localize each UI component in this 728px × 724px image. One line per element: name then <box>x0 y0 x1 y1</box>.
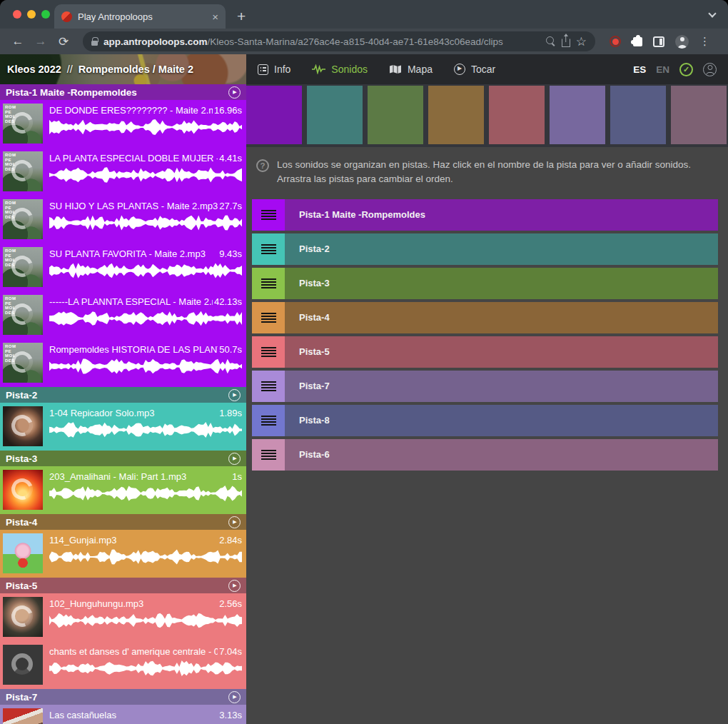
play-glyph: ▶ <box>233 694 236 700</box>
new-tab-button[interactable]: + <box>237 7 246 26</box>
drag-handle[interactable] <box>252 405 285 436</box>
audio-clip[interactable]: Las castañuelas 3.13s <box>0 705 246 724</box>
browser-tab[interactable]: Play Antropoloops × <box>54 4 226 29</box>
pista-header[interactable]: Pista-1 Maite -Rompemoldes ▶ <box>0 84 246 100</box>
pista-row[interactable]: Pista-3 <box>252 268 718 299</box>
audio-clip[interactable]: 114_Gunjai.mp3 2.84s <box>0 530 246 578</box>
tab-sonidos[interactable]: Sonidos <box>312 64 368 75</box>
breadcrumb-project[interactable]: Kleos 2022 <box>7 64 61 75</box>
audio-clip[interactable]: ROMPEMOLDES Rompemoldes HISTORIA DE LAS … <box>0 339 246 387</box>
waveform-icon <box>312 64 325 74</box>
drag-handle[interactable] <box>252 268 285 299</box>
pista-row-bar[interactable]: Pista-2 <box>285 233 718 265</box>
reload-button[interactable]: ⟳ <box>54 34 73 49</box>
back-button[interactable]: ← <box>9 34 27 49</box>
audio-clip[interactable]: chants et danses d' amerique centrale - … <box>0 641 246 689</box>
zoom-icon[interactable] <box>546 36 556 46</box>
clip-duration: 4.41s <box>219 153 242 164</box>
pista-row-bar[interactable]: Pista-1 Maite -Rompemoldes <box>285 199 718 231</box>
extensions-puzzle-icon[interactable] <box>633 37 642 46</box>
play-circle-icon[interactable]: ▶ <box>228 516 241 528</box>
clip-duration: 27.7s <box>219 201 242 211</box>
play-circle-icon[interactable]: ▶ <box>228 580 241 592</box>
clip-thumbnail <box>3 470 43 510</box>
project-map-banner[interactable]: Kleos 2022 // Rompemoldes / Maite 2 <box>0 54 246 84</box>
clip-name: SU PLANTA FAVORITA - Maite 2.mp3 <box>49 248 218 259</box>
lang-es-button[interactable]: ES <box>633 64 646 75</box>
profile-avatar[interactable] <box>675 35 689 49</box>
audio-clip[interactable]: 203_Amalihani - Mali: Part 1.mp3 1s <box>0 466 246 514</box>
breadcrumb-track[interactable]: Rompemoldes / Maite 2 <box>79 64 193 75</box>
drag-handle[interactable] <box>252 439 285 471</box>
play-circle-icon[interactable]: ▶ <box>228 691 241 703</box>
side-panel-icon[interactable] <box>653 36 664 47</box>
pista-row[interactable]: Pista-4 <box>252 302 718 333</box>
drag-handle[interactable] <box>252 336 285 368</box>
pista-row-label: Pista-3 <box>299 278 330 288</box>
drag-handle[interactable] <box>252 371 285 402</box>
loading-ring <box>8 602 36 630</box>
pista-row-bar[interactable]: Pista-5 <box>285 336 718 368</box>
minimize-window-button[interactable] <box>27 10 36 19</box>
pista-row[interactable]: Pista-8 <box>252 405 718 436</box>
lock-icon[interactable] <box>91 41 98 46</box>
pista-row[interactable]: Pista-2 <box>252 233 718 265</box>
pista-row-bar[interactable]: Pista-7 <box>285 371 718 402</box>
pista-header[interactable]: Pista-5 ▶ <box>0 578 246 593</box>
clip-waveform <box>49 309 242 328</box>
browser-menu-icon[interactable]: ⋮ <box>699 35 710 48</box>
audio-clip[interactable]: ROMPEMOLDES SU HIJO Y LAS PLANTAS - Mait… <box>0 196 246 243</box>
account-icon[interactable] <box>703 63 717 76</box>
pista-row-bar[interactable]: Pista-4 <box>285 302 718 333</box>
tab-mapa[interactable]: Mapa <box>389 64 433 75</box>
tab-tocar[interactable]: Tocar <box>454 64 495 75</box>
audio-clip[interactable]: ROMPEMOLDES DE DONDE ERES???????? - Mait… <box>0 100 246 148</box>
close-window-button[interactable] <box>13 10 21 19</box>
drag-handle[interactable] <box>252 199 285 231</box>
clip-waveform <box>49 484 242 503</box>
play-circle-icon[interactable]: ▶ <box>228 389 241 401</box>
pista-row[interactable]: Pista-6 <box>252 439 718 471</box>
pista-header[interactable]: Pista-3 ▶ <box>0 451 246 466</box>
audio-clip[interactable]: 1-04 Repicador Solo.mp3 1.89s <box>0 403 246 451</box>
pista-row[interactable]: Pista-5 <box>252 336 718 368</box>
clip-name: 1-04 Repicador Solo.mp3 <box>49 408 218 418</box>
chevron-down-icon[interactable] <box>708 9 716 17</box>
maximize-window-button[interactable] <box>41 10 50 19</box>
pista-row-bar[interactable]: Pista-8 <box>285 405 718 436</box>
audio-clip[interactable]: 102_Hunguhungu.mp3 2.56s <box>0 593 246 641</box>
pista-row-label: Pista-7 <box>299 381 330 391</box>
address-bar[interactable]: app.antropoloops.com/Kleos-Santa-Marina/… <box>83 31 595 51</box>
close-tab-icon[interactable]: × <box>212 11 218 23</box>
pista-color-swatch <box>368 86 423 144</box>
pista-clips: Las castañuelas 3.13s <box>0 705 246 724</box>
drag-handle[interactable] <box>252 233 285 265</box>
clip-thumbnail <box>3 708 43 724</box>
clip-title-row: LA PLANTA ESPECIAL DOBLE MUJER - Mai... … <box>49 153 242 164</box>
bookmark-star-icon[interactable]: ☆ <box>576 36 587 48</box>
share-icon[interactable] <box>562 39 570 47</box>
record-indicator-icon[interactable] <box>610 36 621 47</box>
clip-title-row: Rompemoldes HISTORIA DE LAS PLANTAS... 5… <box>49 344 242 355</box>
audio-clip[interactable]: ROMPEMOLDES SU PLANTA FAVORITA - Maite 2… <box>0 243 246 291</box>
pista-title: Pista-3 <box>6 453 228 464</box>
clip-waveform <box>49 166 242 184</box>
audio-clip[interactable]: ROMPEMOLDES ------LA PLANNTA ESPECIAL - … <box>0 291 246 339</box>
audio-clip[interactable]: ROMPEMOLDES LA PLANTA ESPECIAL DOBLE MUJ… <box>0 148 246 196</box>
lang-en-button[interactable]: EN <box>656 64 669 75</box>
tab-info[interactable]: Info <box>258 64 290 75</box>
pista-header[interactable]: Pista-2 ▶ <box>0 387 246 403</box>
pista-row[interactable]: Pista-1 Maite -Rompemoldes <box>252 199 718 231</box>
drag-handle-icon <box>261 347 276 357</box>
pista-header[interactable]: Pista-7 ▶ <box>0 689 246 705</box>
clip-body: SU HIJO Y LAS PLANTAS - Maite 2.mp3 27.7… <box>49 199 242 240</box>
check-circle-icon[interactable]: ✓ <box>679 63 693 76</box>
play-circle-icon[interactable]: ▶ <box>228 453 241 465</box>
drag-handle[interactable] <box>252 302 285 333</box>
pista-row[interactable]: Pista-7 <box>252 371 718 402</box>
pista-header[interactable]: Pista-4 ▶ <box>0 514 246 530</box>
pista-row-bar[interactable]: Pista-6 <box>285 439 718 471</box>
forward-button[interactable]: → <box>31 34 50 49</box>
play-circle-icon[interactable]: ▶ <box>228 86 241 99</box>
pista-row-bar[interactable]: Pista-3 <box>285 268 718 299</box>
